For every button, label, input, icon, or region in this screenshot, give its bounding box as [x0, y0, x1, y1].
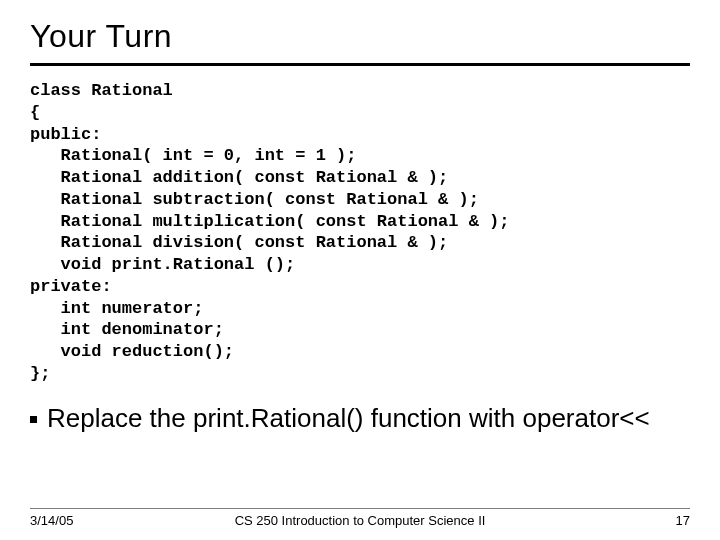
- slide: Your Turn class Rational { public: Ratio…: [0, 0, 720, 540]
- code-line: private:: [30, 277, 112, 296]
- code-line: int numerator;: [30, 299, 203, 318]
- bullet-dot-icon: [30, 416, 37, 423]
- code-line: class Rational: [30, 81, 173, 100]
- footer-rule: [30, 508, 690, 509]
- footer-date: 3/14/05: [30, 513, 73, 528]
- bullet-item: Replace the print.Rational() function wi…: [30, 403, 690, 435]
- code-line: {: [30, 103, 40, 122]
- code-line: Rational addition( const Rational & );: [30, 168, 448, 187]
- code-line: Rational multiplication( const Rational …: [30, 212, 509, 231]
- title-rule: [30, 63, 690, 66]
- code-line: void print.Rational ();: [30, 255, 295, 274]
- footer: 3/14/05 CS 250 Introduction to Computer …: [0, 508, 720, 528]
- code-line: Rational division( const Rational & );: [30, 233, 448, 252]
- footer-row: 3/14/05 CS 250 Introduction to Computer …: [30, 513, 690, 528]
- code-line: Rational subtraction( const Rational & )…: [30, 190, 479, 209]
- footer-page: 17: [676, 513, 690, 528]
- bullet-text: Replace the print.Rational() function wi…: [47, 403, 650, 435]
- code-line: Rational( int = 0, int = 1 );: [30, 146, 356, 165]
- code-line: int denominator;: [30, 320, 224, 339]
- slide-title: Your Turn: [30, 18, 690, 55]
- code-block: class Rational { public: Rational( int =…: [30, 80, 690, 385]
- footer-course: CS 250 Introduction to Computer Science …: [235, 513, 486, 528]
- code-line: public:: [30, 125, 101, 144]
- code-line: void reduction();: [30, 342, 234, 361]
- code-line: };: [30, 364, 50, 383]
